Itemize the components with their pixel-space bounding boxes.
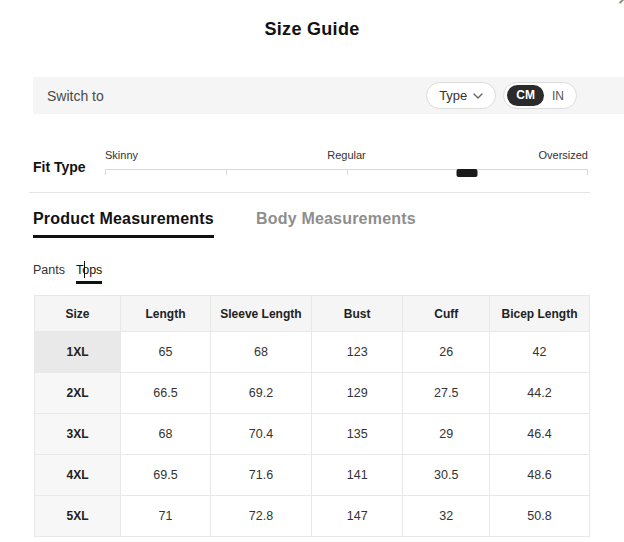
value-cell: 29 [403,414,490,455]
value-cell: 123 [311,332,403,373]
value-cell: 44.2 [490,373,590,414]
value-cell: 69.2 [210,373,311,414]
sub-tab-pants[interactable]: Pants [33,263,65,284]
track-tick [347,170,348,175]
page-title: Size Guide [0,19,624,40]
value-cell: 30.5 [403,455,490,496]
unit-option-in[interactable]: IN [544,89,573,103]
value-cell: 135 [311,414,403,455]
sub-tab-tops[interactable]: Tops [76,263,102,284]
value-cell: 71.6 [210,455,311,496]
tab-body-measurements[interactable]: Body Measurements [256,210,416,238]
value-cell: 27.5 [403,373,490,414]
col-header-bust: Bust [311,296,403,332]
table-row-2xl: 2XL 66.5 69.2 129 27.5 44.2 [35,373,590,414]
size-cell: 4XL [35,455,121,496]
value-cell: 69.5 [121,455,211,496]
table-row-1xl: 1XL 65 68 123 26 42 [35,332,590,373]
value-cell: 68 [210,332,311,373]
fit-label-regular: Regular [327,149,366,161]
value-cell: 50.8 [490,496,590,537]
track-tick [105,170,106,175]
table-row-3xl: 3XL 68 70.4 135 29 46.4 [35,414,590,455]
value-cell: 26 [403,332,490,373]
track-tick [587,170,588,175]
switch-controls: Type CM IN [426,82,577,109]
table-row-5xl: 5XL 71 72.8 147 32 50.8 [35,496,590,537]
value-cell: 147 [311,496,403,537]
col-header-size: Size [35,296,121,332]
value-cell: 42 [490,332,590,373]
unit-option-cm[interactable]: CM [507,85,544,106]
size-cell: 5XL [35,496,121,537]
text-cursor [84,261,85,278]
switch-bar: Switch to Type CM IN [33,77,624,114]
close-icon[interactable]: ✕ [617,0,624,8]
size-cell: 2XL [35,373,121,414]
value-cell: 70.4 [210,414,311,455]
fit-type-track [105,169,588,175]
fit-label-skinny: Skinny [105,149,138,161]
size-cell: 1XL [35,332,121,373]
col-header-bicep-length: Bicep Length [490,296,590,332]
value-cell: 32 [403,496,490,537]
value-cell: 71 [121,496,211,537]
value-cell: 65 [121,332,211,373]
col-header-cuff: Cuff [403,296,490,332]
fit-indicator [457,169,478,177]
category-sub-tabs: Pants Tops [33,263,102,284]
unit-toggle: CM IN [503,82,577,109]
size-measurements-table: Size Length Sleeve Length Bust Cuff Bice… [34,295,590,537]
size-cell: 3XL [35,414,121,455]
value-cell: 66.5 [121,373,211,414]
fit-type-label: Fit Type [33,159,86,175]
value-cell: 48.6 [490,455,590,496]
track-tick [226,170,227,175]
switch-to-label: Switch to [47,88,104,104]
chevron-down-icon [473,93,483,99]
value-cell: 141 [311,455,403,496]
fit-scale-labels: Skinny Regular Oversized [105,149,588,162]
type-dropdown[interactable]: Type [426,82,496,109]
col-header-sleeve-length: Sleeve Length [210,296,311,332]
type-dropdown-label: Type [439,88,467,103]
value-cell: 68 [121,414,211,455]
value-cell: 72.8 [210,496,311,537]
fit-label-oversized: Oversized [538,149,588,161]
table-header-row: Size Length Sleeve Length Bust Cuff Bice… [35,296,590,332]
value-cell: 46.4 [490,414,590,455]
value-cell: 129 [311,373,403,414]
tab-product-measurements[interactable]: Product Measurements [33,210,214,238]
col-header-length: Length [121,296,211,332]
measurement-tabs: Product Measurements Body Measurements [33,210,416,238]
section-divider [29,192,590,193]
table-row-4xl: 4XL 69.5 71.6 141 30.5 48.6 [35,455,590,496]
